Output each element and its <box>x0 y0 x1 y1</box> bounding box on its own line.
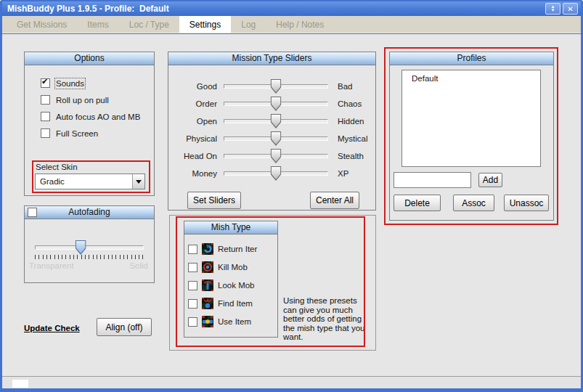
good-bad-slider-thumb[interactable] <box>271 79 282 94</box>
unassoc-button[interactable]: Unassoc <box>504 195 549 211</box>
autofading-slider-thumb[interactable] <box>76 240 86 255</box>
close-icon: ✕ <box>567 5 573 13</box>
autofading-group-title: Autofading <box>68 207 110 217</box>
profiles-group-title: Profiles <box>390 52 553 65</box>
order-chaos-slider-track[interactable] <box>224 102 328 106</box>
money-xp-slider-thumb[interactable] <box>271 166 282 181</box>
look-mob-icon <box>202 279 213 291</box>
mish-type-group: Mish Type ✔ Return Iter ✔ <box>184 221 278 338</box>
auto-focus-checkbox-row[interactable]: ✔ Auto focus AO and MB <box>41 112 154 121</box>
profile-list-item[interactable]: Default <box>402 70 540 83</box>
open-hidden-slider-track[interactable] <box>224 119 328 123</box>
tab-get-missions[interactable]: Get Missions <box>7 16 77 33</box>
use-item-label: Use Item <box>218 317 251 326</box>
tab-items[interactable]: Items <box>77 16 118 33</box>
slider-label-good: Good <box>168 82 217 91</box>
tab-settings[interactable]: Settings <box>179 16 231 33</box>
slider-label-open: Open <box>168 117 217 126</box>
good-bad-slider-track[interactable] <box>224 84 328 89</box>
auto-focus-checkbox[interactable]: ✔ <box>41 112 50 121</box>
slider-label-order: Order <box>168 99 217 108</box>
look-mob-checkbox[interactable]: ✔ <box>188 281 197 290</box>
mission-sliders-group-title: Mission Type Sliders <box>168 52 375 65</box>
window-title: MishBuddy Plus 1.9.5 - Profile: Default <box>2 4 169 14</box>
skin-dropdown-button[interactable] <box>132 174 144 189</box>
set-sliders-button[interactable]: Set Sliders <box>187 192 241 209</box>
auto-focus-label: Auto focus AO and MB <box>56 113 140 121</box>
mish-type-note: Using these presets can give you much be… <box>283 296 369 342</box>
delete-profile-button[interactable]: Delete <box>394 195 441 211</box>
options-group-title: Options <box>25 52 154 65</box>
profile-name-input[interactable] <box>394 172 471 188</box>
full-screen-checkbox[interactable]: ✔ <box>41 128 50 138</box>
title-bar[interactable]: MishBuddy Plus 1.9.5 - Profile: Default … <box>2 1 581 16</box>
physical-mystical-slider-track[interactable] <box>224 136 328 141</box>
slider-label-money: Money <box>168 169 217 178</box>
return-iter-checkbox[interactable]: ✔ <box>188 245 197 254</box>
rollup-on-pull-checkbox-row[interactable]: ✔ Roll up on pull <box>41 95 154 105</box>
chevron-down-icon <box>136 180 142 184</box>
slider-label-head-on: Head On <box>168 152 217 160</box>
select-skin-label: Select Skin <box>36 163 78 171</box>
assoc-button[interactable]: Assoc <box>453 195 494 211</box>
money-xp-slider-track[interactable] <box>224 171 328 176</box>
status-panel <box>12 380 28 388</box>
mish-type-group-title: Mish Type <box>184 221 277 234</box>
full-screen-label: Full Screen <box>56 129 98 138</box>
slider-label-mystical: Mystical <box>338 134 368 143</box>
slider-label-chaos: Chaos <box>338 99 362 108</box>
physical-mystical-slider-thumb[interactable] <box>271 131 282 146</box>
find-item-row[interactable]: ✔ Find Item <box>184 298 277 309</box>
kill-mob-checkbox[interactable]: ✔ <box>188 263 197 272</box>
full-screen-checkbox-row[interactable]: ✔ Full Screen <box>41 128 154 138</box>
tab-loc-type[interactable]: Loc / Type <box>119 16 179 33</box>
select-skin-section: Select Skin Gradic <box>32 160 150 193</box>
roll-down-icon: ▼ <box>551 9 555 12</box>
status-bar <box>2 376 581 388</box>
sounds-checkbox[interactable]: ✔ <box>41 78 50 88</box>
sounds-checkbox-row[interactable]: ✔ Sounds <box>41 78 154 88</box>
slider-label-bad: Bad <box>338 82 352 91</box>
app-window: MishBuddy Plus 1.9.5 - Profile: Default … <box>0 0 583 392</box>
rollup-on-pull-label: Roll up on pull <box>56 96 109 105</box>
slider-label-xp: XP <box>338 169 348 178</box>
rollup-on-pull-checkbox[interactable]: ✔ <box>41 95 50 105</box>
update-check-link[interactable]: Update Check <box>24 324 80 332</box>
autofading-tick-marks <box>35 255 144 259</box>
autofading-checkbox[interactable]: ✔ <box>28 208 37 217</box>
return-iter-icon <box>202 243 213 255</box>
rollup-button[interactable]: ▲ ▼ <box>545 3 560 15</box>
kill-mob-label: Kill Mob <box>218 263 248 271</box>
use-item-row[interactable]: ✔ Use Item <box>184 316 277 327</box>
autofading-slider-track[interactable] <box>35 245 144 250</box>
tab-log[interactable]: Log <box>231 16 266 33</box>
kill-mob-row[interactable]: ✔ Kill Mob <box>184 261 277 273</box>
look-mob-row[interactable]: ✔ Look Mob <box>184 279 277 291</box>
look-mob-label: Look Mob <box>218 281 255 290</box>
close-button[interactable]: ✕ <box>563 3 578 15</box>
headon-stealth-slider-thumb[interactable] <box>271 149 282 163</box>
solid-label: Solid <box>129 261 148 270</box>
headon-stealth-slider-track[interactable] <box>224 154 328 158</box>
kill-mob-icon <box>202 261 213 273</box>
skin-dropdown-value: Gradic <box>36 177 132 186</box>
mission-sliders-group: Mission Type Sliders Good Bad Order Chao… <box>168 52 376 211</box>
transparent-label: Transparent <box>29 261 74 270</box>
skin-dropdown[interactable]: Gradic <box>35 173 145 189</box>
find-item-label: Find Item <box>218 299 253 308</box>
open-hidden-slider-thumb[interactable] <box>271 114 282 128</box>
order-chaos-slider-thumb[interactable] <box>271 97 282 111</box>
return-iter-row[interactable]: ✔ Return Iter <box>184 243 277 255</box>
use-item-checkbox[interactable]: ✔ <box>188 317 197 327</box>
autofading-group: ✔ Autofading Transparent Solid <box>24 205 155 283</box>
profiles-group: Profiles Default Add Delete Assoc Unasso… <box>389 52 554 221</box>
slider-label-stealth: Stealth <box>338 152 364 160</box>
tab-help-notes[interactable]: Help / Notes <box>266 16 334 33</box>
find-item-checkbox[interactable]: ✔ <box>188 299 197 309</box>
add-profile-button[interactable]: Add <box>478 173 502 187</box>
profiles-listbox[interactable]: Default <box>401 70 541 167</box>
center-all-button[interactable]: Center All <box>310 192 359 209</box>
align-button[interactable]: Align (off) <box>97 318 152 336</box>
autofading-header: ✔ Autofading <box>25 206 154 219</box>
slider-label-hidden: Hidden <box>338 117 364 126</box>
